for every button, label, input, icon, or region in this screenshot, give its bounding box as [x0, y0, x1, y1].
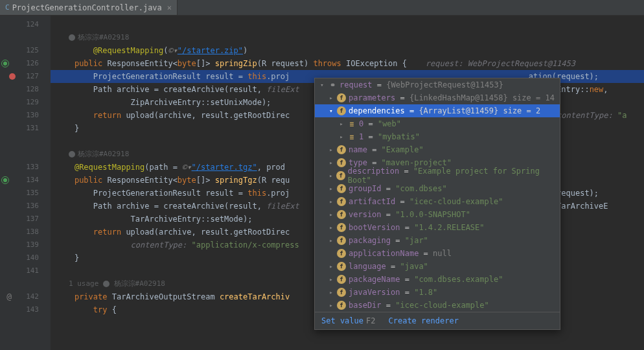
gutter-line[interactable]: 126 [0, 57, 51, 70]
chevron-right-icon[interactable]: ▸ [328, 237, 334, 244]
gutter-line[interactable]: 131 [0, 122, 51, 135]
chevron-right-icon[interactable]: ▸ [328, 172, 334, 179]
chevron-right-icon[interactable]: ▸ [328, 263, 334, 270]
field-icon [337, 275, 346, 284]
gutter-line[interactable] [0, 277, 51, 290]
chevron-right-icon[interactable]: ▸ [328, 276, 334, 283]
java-class-icon: C [5, 3, 10, 12]
gutter-line[interactable]: 140 [0, 251, 51, 264]
gutter-line[interactable]: 125 [0, 44, 51, 57]
gutter-line[interactable]: 135 [0, 187, 51, 200]
chevron-right-icon[interactable]: ▸ [328, 224, 334, 231]
field-icon [336, 171, 345, 180]
chevron-right-icon[interactable]: ▸ [328, 302, 334, 309]
debug-field-packageName[interactable]: ▸packageName = "com.dbses.example" [315, 273, 560, 286]
chevron-right-icon[interactable]: ▸ [328, 198, 334, 205]
debug-footer: Set valueF2 Create renderer [315, 312, 560, 329]
chevron-right-icon[interactable]: ▸ [338, 134, 345, 140]
tab-bar: C ProjectGenerationController.java × [0, 0, 644, 16]
debug-field-language[interactable]: ▸language = "java" [315, 260, 560, 273]
chevron-right-icon[interactable]: ▸ [328, 185, 334, 192]
code-line[interactable]: public ResponseEntity<byte[]> springZip(… [51, 57, 644, 70]
debug-array-item-0[interactable]: ▸ ≡ 0 = "web" [315, 117, 560, 130]
gutter-line[interactable]: 143 [0, 303, 51, 316]
field-icon [337, 197, 346, 206]
gutter-line[interactable]: 128 [0, 83, 51, 96]
field-icon [337, 288, 346, 297]
debug-array-item-1[interactable]: ▸ ≡ 1 = "mybatis" [315, 130, 560, 143]
gutter-line[interactable]: 136 [0, 200, 51, 213]
field-icon [337, 262, 346, 271]
object-icon: ⚭ [328, 80, 337, 89]
gutter: 1241251261271281291301311331341351361371… [0, 16, 51, 350]
field-icon [337, 249, 346, 258]
gutter-line[interactable]: 142@ [0, 290, 51, 303]
debug-field-applicationName[interactable]: applicationName = null [315, 247, 560, 260]
gutter-line[interactable]: 141 [0, 264, 51, 277]
field-icon [337, 93, 346, 102]
tab-title: ProjectGenerationController.java [12, 3, 162, 12]
gutter-line[interactable] [0, 148, 51, 161]
debug-field-parameters[interactable]: ▸ parameters = {LinkedHashMap@11458} siz… [315, 91, 560, 104]
override-icon[interactable]: @ [4, 290, 12, 298]
chevron-down-icon[interactable]: ▾ [328, 108, 334, 114]
debug-field-packaging[interactable]: ▸packaging = "jar" [315, 234, 560, 247]
chevron-down-icon[interactable]: ▾ [319, 82, 325, 88]
debug-field-javaVersion[interactable]: ▸javaVersion = "1.8" [315, 286, 560, 299]
debug-field-artifactId[interactable]: ▸artifactId = "icec-cloud-example" [315, 195, 560, 208]
shortcut-key: F2 [366, 316, 375, 325]
chevron-right-icon[interactable]: ▸ [328, 289, 334, 296]
debug-field-bootVersion[interactable]: ▸bootVersion = "1.4.2.RELEASE" [315, 221, 560, 234]
field-icon [337, 158, 346, 167]
chevron-right-icon[interactable]: ▸ [328, 211, 334, 218]
code-line[interactable] [51, 18, 644, 31]
editor-tab[interactable]: C ProjectGenerationController.java × [0, 0, 178, 15]
run-gutter-icon[interactable] [1, 176, 9, 184]
breakpoint-icon[interactable] [9, 73, 16, 80]
author-annotation[interactable]: 杨淙淙#A02918 [51, 31, 644, 44]
field-icon [337, 223, 346, 232]
field-icon [337, 106, 346, 115]
debug-field-name[interactable]: ▸name = "Example" [315, 143, 560, 156]
run-gutter-icon[interactable] [1, 60, 9, 67]
gutter-line[interactable]: 127 [0, 70, 51, 83]
field-icon [337, 184, 346, 193]
element-icon: ≡ [347, 132, 356, 141]
debug-field-version[interactable]: ▸version = "1.0.0-SNAPSHOT" [315, 208, 560, 221]
field-icon [337, 236, 346, 245]
chevron-right-icon[interactable]: ▸ [338, 121, 345, 127]
gutter-line[interactable]: 133 [0, 161, 51, 174]
element-icon: ≡ [347, 119, 356, 128]
field-icon [337, 145, 346, 154]
debug-root-row[interactable]: ▾ ⚭ request = {WebProjectRequest@11453} [315, 78, 560, 91]
gutter-line[interactable]: 124 [0, 18, 51, 31]
gutter-line[interactable]: 134 [0, 174, 51, 187]
gutter-line[interactable]: 139 [0, 239, 51, 251]
debug-field-description[interactable]: ▸description = "Example project for Spri… [315, 169, 560, 182]
debug-field-dependencies[interactable]: ▾ dependencies = {ArrayList@11459} size … [315, 104, 560, 117]
chevron-right-icon[interactable]: ▸ [328, 95, 334, 101]
gutter-line[interactable]: 138 [0, 226, 51, 239]
gutter-line[interactable]: 130 [0, 109, 51, 122]
debug-inspector-panel[interactable]: ▾ ⚭ request = {WebProjectRequest@11453} … [314, 78, 560, 330]
chevron-right-icon[interactable]: ▸ [328, 159, 334, 166]
gutter-line[interactable]: 137 [0, 213, 51, 226]
code-line[interactable]: @RequestMapping(©▾"/starter.zip") [51, 44, 644, 57]
gutter-line[interactable] [0, 135, 51, 148]
field-icon [337, 210, 346, 219]
gutter-line[interactable] [0, 31, 51, 44]
debug-field-baseDir[interactable]: ▸baseDir = "icec-cloud-example" [315, 299, 560, 312]
set-value-link[interactable]: Set value [321, 316, 363, 325]
close-icon[interactable]: × [167, 3, 172, 12]
chevron-right-icon[interactable]: ▸ [328, 146, 334, 153]
field-icon [337, 301, 346, 310]
create-renderer-link[interactable]: Create renderer [388, 316, 458, 325]
gutter-line[interactable]: 129 [0, 96, 51, 109]
